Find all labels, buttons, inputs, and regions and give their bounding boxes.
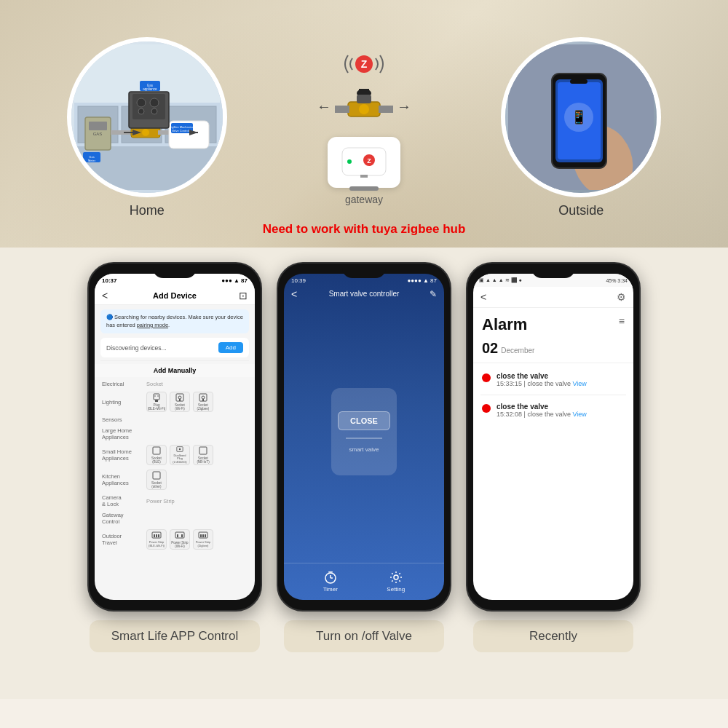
p1-ps-ble-icon[interactable]: Power Strip(BLE+Wi-Fi): [146, 529, 167, 550]
svg-point-62: [202, 396, 205, 399]
svg-rect-79: [205, 534, 206, 537]
p3-icons-left: ▣ ▲ ▲ ▲ ≋ ⬛ ●: [479, 277, 522, 283]
p3-event1-detail: | close the valve: [524, 380, 571, 387]
p1-socket-wifi-icon[interactable]: Socket(Wi-Fi): [170, 392, 190, 412]
p1-socket-nbiot-icon[interactable]: Socket(NB-IoT): [193, 445, 213, 465]
p3-back-btn[interactable]: <: [480, 291, 486, 303]
p1-ps-zigbee-icon[interactable]: Power Strip(Zigbee): [193, 529, 213, 550]
p2-close-button[interactable]: CLOSE: [338, 411, 390, 430]
p1-discovering: Discovering devices... Add: [100, 338, 249, 357]
valve-svg: [335, 84, 393, 128]
svg-rect-42: [360, 175, 368, 178]
p1-camera-label: Camera& Lock: [102, 494, 142, 507]
p1-cat-lighting: Lighting Plug(BLE+Wi-Fi) Socket(Wi-Fi): [95, 389, 255, 414]
svg-rect-67: [199, 447, 207, 454]
svg-text:GAS: GAS: [92, 132, 102, 136]
p1-socket-other-icon[interactable]: Socket(other): [146, 470, 167, 490]
p3-header: < ⚙: [473, 287, 633, 308]
p2-signal: ●●●● ▲ 87: [407, 277, 437, 284]
svg-point-41: [347, 159, 352, 164]
svg-rect-72: [158, 534, 159, 537]
p1-signal: ●●● ▲ 87: [221, 277, 248, 284]
p1-scan-icon[interactable]: ⊡: [239, 290, 248, 301]
outside-label: Outside: [558, 203, 604, 218]
svg-point-21: [138, 108, 144, 114]
timer-icon: [324, 571, 337, 584]
gateway-label: gateway: [345, 194, 383, 205]
svg-rect-68: [153, 472, 160, 479]
p1-ps-wifi-icon[interactable]: Power Strip(Wi-Fi): [170, 529, 190, 550]
p3-event1-title: close the valve: [496, 372, 587, 380]
outside-svg: 📱: [508, 44, 654, 190]
p2-edit-icon[interactable]: ✎: [430, 289, 437, 299]
svg-text:appliance: appliance: [143, 87, 157, 91]
home-circle: GAS ZigBee Machanical Valve Controller: [67, 37, 227, 197]
p1-gateway-label: GatewayControl: [102, 512, 142, 525]
svg-rect-78: [202, 534, 204, 537]
outside-circle: 📱: [501, 37, 661, 197]
p1-socket-zigbee-icon[interactable]: Socket(Zigbee): [193, 392, 213, 412]
phones-row: 10:37 ●●● ▲ 87 < Add Device ⊡ 🔵 Searchin…: [15, 262, 713, 699]
p1-add-button[interactable]: Add: [218, 342, 243, 353]
p3-event2-view-link[interactable]: View: [572, 411, 586, 418]
p2-valve-box: CLOSE smart valve: [331, 388, 397, 475]
phone1: 10:37 ●●● ▲ 87 < Add Device ⊡ 🔵 Searchin…: [87, 262, 262, 612]
phone3-screen: ▣ ▲ ▲ ▲ ≋ ⬛ ● 45% 3:34 < ⚙ Alarm ≡ 02: [473, 274, 633, 600]
p3-day: 02: [482, 340, 498, 357]
p1-small-icons: Socket(BLE) Dualband Plug(2.4G&5G) Socke…: [146, 445, 213, 465]
p1-electrical-label: Electrical: [102, 381, 142, 387]
p2-timer-btn[interactable]: Timer: [323, 571, 338, 593]
svg-text:Z: Z: [361, 58, 368, 70]
p1-cat-gateway: GatewayControl: [95, 510, 255, 527]
valve-assembly: ← →: [317, 84, 411, 128]
phone1-container: 10:37 ●●● ▲ 87 < Add Device ⊡ 🔵 Searchin…: [87, 262, 262, 699]
svg-point-57: [157, 395, 159, 397]
p1-dualband-icon[interactable]: Dualband Plug(2.4G&5G): [170, 445, 190, 465]
need-to-work-text: Need to work with tuya zigbee hub: [263, 222, 466, 237]
p3-event1-dot: [482, 373, 491, 382]
p2-divider: [346, 438, 382, 439]
p3-month: December: [501, 347, 534, 355]
p2-title: Smart valve controller: [329, 290, 400, 298]
svg-point-11: [142, 129, 149, 136]
svg-rect-75: [181, 534, 183, 537]
p2-setting-btn[interactable]: Setting: [387, 571, 405, 593]
outside-circle-container: 📱 Outside: [501, 37, 661, 218]
p3-menu-icon[interactable]: ≡: [619, 315, 625, 327]
svg-text:Meter: Meter: [88, 159, 96, 162]
p2-back-btn[interactable]: <: [291, 288, 297, 300]
p1-socket-ble-icon[interactable]: Socket(BLE): [146, 445, 167, 465]
p3-settings-icon[interactable]: ⚙: [617, 291, 626, 303]
svg-rect-77: [200, 534, 202, 537]
svg-point-19: [137, 98, 146, 107]
p1-categories: Electrical Socket Lighting Plug(BLE+Wi-F…: [95, 379, 255, 552]
outside-content: 📱: [505, 41, 657, 193]
p3-event1-view-link[interactable]: View: [572, 380, 586, 387]
phone3: ▣ ▲ ▲ ▲ ≋ ⬛ ● 45% 3:34 < ⚙ Alarm ≡ 02: [466, 262, 641, 612]
svg-point-36: [359, 104, 369, 114]
svg-point-84: [394, 575, 398, 579]
setting-icon: [389, 571, 403, 584]
phone2-container: 10:39 ●●●● ▲ 87 < Smart valve controller…: [277, 262, 451, 699]
p1-plug-icon[interactable]: Plug(BLE+Wi-Fi): [146, 392, 167, 412]
p1-searching-text: 🔵 Searching for nearby devices. Make sur…: [106, 314, 243, 328]
svg-rect-39: [357, 95, 371, 103]
p3-date: 02 December: [473, 337, 633, 360]
p1-cat-sensors: Sensors: [95, 414, 255, 425]
svg-rect-55: [155, 400, 158, 402]
p1-lighting-label: Lighting: [102, 399, 142, 405]
p1-divider1: [100, 360, 249, 361]
p1-outdoor-icons: Power Strip(BLE+Wi-Fi) Power Strip(Wi-Fi…: [146, 529, 213, 550]
p2-header: < Smart valve controller ✎: [284, 287, 444, 301]
p1-kitchen-label: KitchenAppliances: [102, 473, 142, 486]
svg-point-66: [179, 448, 181, 450]
bottom-section: 10:37 ●●● ▲ 87 < Add Device ⊡ 🔵 Searchin…: [0, 248, 728, 699]
phone2-screen: 10:39 ●●●● ▲ 87 < Smart valve controller…: [284, 274, 444, 600]
p1-back-btn[interactable]: <: [102, 290, 108, 301]
p1-add-manually: Add Manually: [154, 367, 197, 374]
svg-point-20: [150, 98, 159, 107]
p3-event2-text: close the valve 15:32:08 | close the val…: [496, 403, 587, 418]
zigbee-waves: Z: [342, 50, 386, 79]
p3-event1-text: close the valve 15:33:15 | close the val…: [496, 372, 587, 387]
p1-small-label: Small HomeAppliances: [102, 448, 142, 462]
